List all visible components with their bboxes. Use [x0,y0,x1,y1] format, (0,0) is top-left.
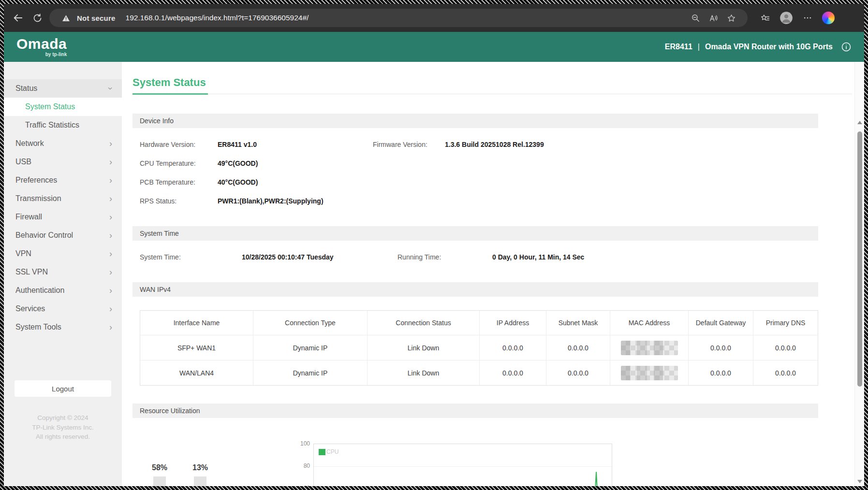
sidebar-item-label: USB [15,158,109,166]
url-text[interactable]: 192.168.0.1/webpages/index.html?t=176903… [126,14,309,22]
field-value: 10/28/2025 00:10:47 Tuesday [242,253,390,261]
chevron-right-icon: › [109,286,112,295]
column-header: Subnet Mask [546,311,610,335]
chevron-right-icon: › [109,323,112,331]
info-icon[interactable] [841,42,852,52]
sidebar-item-services[interactable]: Services› [4,300,122,318]
redaction-mosaic [621,366,678,380]
favorite-star-icon[interactable] [724,14,738,23]
y-tick: 80 [304,462,310,469]
column-header: Primary DNS [753,311,818,335]
sidebar-item-system-tools[interactable]: System Tools› [4,318,122,336]
sidebar-item-label: System Status [25,102,112,111]
utilization-gauges: 58% 13% [149,463,211,486]
column-header: IP Address [479,311,546,335]
gauge-value: 13% [190,463,211,472]
sidebar-item-vpn[interactable]: VPN› [4,245,122,263]
sidebar-item-system-status[interactable]: System Status [4,98,122,116]
sidebar-item-label: Behavior Control [15,231,109,240]
brand-subtitle: by tp-link [45,52,67,57]
table-row: SFP+ WAN1Dynamic IPLink Down0.0.0.00.0.0… [140,335,818,360]
page-title: System Status [132,76,208,95]
table-cell: Link Down [367,335,479,360]
redaction-mosaic [621,341,678,355]
sidebar-item-label: System Tools [15,323,109,331]
field-label: RPS Status: [132,197,218,205]
model-separator: | [698,43,700,51]
field-value: PWR1:(Blank),PWR2:(Supplying) [218,197,366,205]
y-tick: 100 [300,440,310,447]
sidebar-item-preferences[interactable]: Preferences› [4,171,122,189]
chevron-right-icon: › [109,194,112,203]
sidebar-item-label: Network [15,139,109,148]
sidebar-item-traffic-statistics[interactable]: Traffic Statistics [4,116,122,134]
sidebar-item-label: SSL VPN [15,268,109,276]
app-window: Not secure 192.168.0.1/webpages/index.ht… [0,0,868,490]
field-value: 49°C(GOOD) [218,159,366,167]
gauge-value: 58% [149,463,170,472]
logout-button[interactable]: Logout [15,380,111,397]
chevron-right-icon: › [109,176,112,185]
vertical-scrollbar[interactable] [854,62,864,486]
table-cell: 0.0.0.0 [688,360,753,385]
chevron-down-icon: › [106,87,115,90]
sidebar-item-label: Services [15,304,109,313]
not-secure-warning-icon[interactable] [59,14,73,22]
cpu-line-series [314,444,613,486]
cpu-history-chart: 100 80 60 CPU [292,444,612,486]
table-cell: 0.0.0.0 [546,335,610,360]
info-row: CPU Temperature:49°C(GOOD) [132,154,818,173]
browser-toolbar: Not secure 192.168.0.1/webpages/index.ht… [4,4,864,32]
chevron-right-icon: › [109,213,112,221]
table-cell: 0.0.0.0 [753,360,818,385]
sidebar-item-transmission[interactable]: Transmission› [4,189,122,208]
read-aloud-icon[interactable] [706,14,720,23]
sidebar-item-network[interactable]: Network› [4,134,122,153]
gauge-bar [194,476,206,486]
table-cell: 0.0.0.0 [479,335,546,360]
table-cell: 0.0.0.0 [753,335,818,360]
chevron-right-icon: › [109,231,112,240]
wan-ipv4-table: Interface NameConnection TypeConnection … [140,310,818,386]
security-label: Not secure [77,14,116,22]
product-name: Omada VPN Router with 10G Ports [705,43,833,51]
info-row: Hardware Version:ER8411 v1.0Firmware Ver… [132,135,818,154]
sidebar: Status›System StatusTraffic StatisticsNe… [4,62,122,486]
refresh-icon[interactable] [30,11,44,25]
chevron-right-icon: › [109,139,112,148]
section-system-time: System Time [132,226,818,241]
sidebar-menu: Status›System StatusTraffic StatisticsNe… [4,79,122,336]
brand-name: Omada [16,37,67,51]
page-body: Status›System StatusTraffic StatisticsNe… [4,62,864,486]
collections-icon[interactable] [758,13,772,23]
scroll-down-arrow[interactable] [857,480,862,483]
system-time-fields: System Time:10/28/2025 00:10:47 TuesdayR… [132,247,818,266]
scroll-up-arrow[interactable] [857,121,862,124]
profile-avatar[interactable] [780,11,793,25]
sidebar-item-firewall[interactable]: Firewall› [4,208,122,226]
field-value: 0 Day, 0 Hour, 11 Min, 14 Sec [492,253,818,261]
field-label: System Time: [132,253,242,261]
main-content: System Status Device Info Hardware Versi… [122,62,854,486]
device-model-info: ER8411 | Omada VPN Router with 10G Ports [665,42,852,52]
chart-y-axis-labels: 100 80 60 [292,444,313,486]
address-bar[interactable]: Not secure 192.168.0.1/webpages/index.ht… [49,9,748,27]
gauge-bar [153,476,166,486]
copilot-icon[interactable] [822,12,835,24]
omada-header: Omada by tp-link ER8411 | Omada VPN Rout… [4,32,864,62]
table-cell: Dynamic IP [253,335,367,360]
field-label: CPU Temperature: [132,159,218,167]
sidebar-item-status[interactable]: Status› [4,79,122,98]
sidebar-item-ssl-vpn[interactable]: SSL VPN› [4,263,122,281]
column-header: Default Gateway [688,311,753,335]
sidebar-item-label: Preferences [15,176,109,185]
sidebar-item-authentication[interactable]: Authentication› [4,281,122,300]
sidebar-item-usb[interactable]: USB› [4,153,122,171]
field-label: Firmware Version: [366,141,445,148]
back-icon[interactable] [11,11,25,25]
zoom-out-icon[interactable] [689,14,702,23]
scrollbar-thumb[interactable] [857,131,862,387]
sidebar-item-behavior-control[interactable]: Behavior Control› [4,226,122,245]
more-menu-icon[interactable] [801,13,814,23]
section-resource-utilization: Resource Utilization [132,404,818,418]
